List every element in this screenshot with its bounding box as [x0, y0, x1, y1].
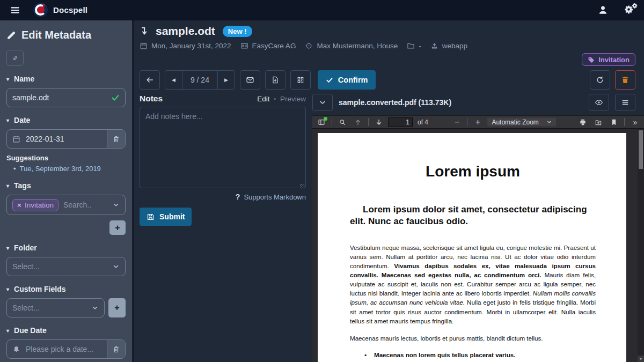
item-correspondent: EasyCare AG [240, 42, 296, 50]
bullet: • [13, 165, 16, 173]
date-field[interactable]: 2022-01-31 [7, 135, 107, 143]
add-custom-field-button[interactable]: + [108, 298, 126, 317]
pdf-scrollbar[interactable]: ▼ [638, 129, 644, 362]
remove-tag-icon[interactable]: × [17, 201, 21, 209]
menu-icon[interactable] [10, 5, 20, 16]
search-icon [339, 119, 346, 126]
id-card-icon [240, 42, 248, 50]
upload-icon [430, 42, 438, 50]
markdown-help-link[interactable]: ? Supports Markdown [140, 193, 306, 201]
user-icon[interactable] [598, 5, 608, 15]
envelope-icon [246, 76, 254, 84]
confirm-button[interactable]: Confirm [318, 70, 376, 90]
next-item-button[interactable]: ▶ [217, 71, 235, 89]
pdf-page-count: of 4 [418, 119, 428, 126]
sidebar-heading: Edit Metadata [6, 29, 126, 41]
pager-position: 9 / 24 [182, 71, 217, 89]
caret-down-icon: ▾ [6, 328, 9, 334]
preview-eye-button[interactable] [589, 94, 609, 111]
prev-item-button[interactable]: ◀ [165, 71, 182, 89]
name-input[interactable] [12, 93, 111, 102]
pdfjs-toolbar: of 4 − + Automatic Zoom [312, 115, 644, 129]
section-date-label: Date [14, 116, 30, 124]
section-custom-fields-header[interactable]: ▾ Custom Fields [6, 285, 126, 293]
section-name-header[interactable]: ▾ Name [6, 75, 126, 83]
item-pager: ◀ 9 / 24 ▶ [165, 70, 235, 90]
due-date-field[interactable]: Please pick a date... [7, 345, 107, 353]
notification-dot [324, 117, 327, 121]
pdf-more-tools-button[interactable]: » [628, 116, 641, 128]
crosshair-icon [305, 42, 313, 50]
notes-textarea[interactable] [140, 107, 306, 188]
pdf-next-page-button[interactable] [372, 116, 385, 128]
question-icon: ? [236, 193, 240, 201]
add-tag-button[interactable]: + [109, 220, 126, 235]
pdf-sidebar-toggle-button[interactable] [315, 116, 328, 128]
pdf-zoom-out-button[interactable]: − [450, 116, 463, 128]
bookmark-icon [610, 119, 618, 126]
arrow-left-icon [145, 76, 154, 84]
tag-icon [588, 56, 595, 63]
pdf-download-button[interactable] [592, 116, 605, 128]
attachment-collapse-button[interactable] [312, 94, 333, 111]
document-heading: Lorem ipsum dolor sit amet, consectetur … [350, 204, 596, 227]
scroll-down-arrow[interactable]: ▼ [638, 356, 644, 362]
pdf-scrollbar-thumb[interactable] [639, 130, 643, 169]
clear-date-button[interactable] [107, 130, 125, 148]
calendar-icon [12, 135, 20, 143]
suggestions-label: Suggestions [6, 154, 126, 162]
pdf-zoom-in-button[interactable]: + [471, 116, 484, 128]
pdf-print-button[interactable] [576, 116, 589, 128]
expand-panel-button[interactable] [6, 50, 24, 66]
section-folder-label: Folder [14, 243, 37, 252]
section-date-header[interactable]: ▾ Date [6, 116, 126, 124]
pdf-bookmark-button[interactable] [608, 116, 620, 128]
chevron-down-icon [546, 119, 552, 125]
pdf-page-1: Lorem ipsum Lorem ipsum dolor sit amet, … [318, 133, 626, 362]
submit-notes-button[interactable]: Submit [140, 208, 192, 226]
caret-down-icon: ▾ [6, 183, 9, 189]
delete-item-button[interactable] [615, 70, 635, 90]
app-title: Docspell [53, 5, 87, 14]
due-date-placeholder: Please pick a date... [26, 345, 93, 353]
custom-field-placeholder: Select... [12, 304, 40, 312]
date-input-box: 2022-01-31 [6, 129, 126, 149]
tag-chip-invitation[interactable]: ×Invitation [12, 199, 58, 211]
tags-search-placeholder: Search.. [63, 201, 91, 209]
file-upload-icon [271, 76, 280, 84]
folder-placeholder: Select... [12, 262, 40, 271]
folder-select[interactable]: Select... [6, 257, 126, 276]
name-input-box [6, 88, 126, 107]
check-icon [326, 76, 333, 84]
notes-heading: Notes [140, 94, 163, 104]
caret-down-icon: ▾ [6, 245, 9, 251]
clear-due-date-button[interactable] [107, 340, 125, 358]
arrow-up-icon [354, 119, 362, 126]
pdf-viewer: Lorem ipsum Lorem ipsum dolor sit amet, … [312, 129, 644, 362]
pdf-zoom-select[interactable]: Automatic Zoom [487, 117, 557, 127]
reload-button[interactable] [590, 70, 610, 90]
custom-field-select[interactable]: Select... [6, 298, 105, 317]
trash-icon [621, 76, 630, 84]
date-suggestion-link[interactable]: •Tue, September 3rd, 2019 [13, 165, 126, 173]
refresh-icon [596, 76, 604, 84]
section-due-date-header[interactable]: ▾ Due Date [6, 326, 126, 335]
section-custom-fields-label: Custom Fields [14, 285, 65, 293]
qr-code-icon [296, 76, 305, 84]
send-mail-button[interactable] [240, 70, 260, 90]
printer-icon [579, 119, 587, 126]
notes-preview-tab[interactable]: Preview [280, 95, 306, 103]
settings-gears-icon[interactable] [624, 5, 634, 15]
section-tags-header[interactable]: ▾ Tags [6, 181, 126, 190]
pdf-find-button[interactable] [336, 116, 349, 128]
add-file-button[interactable] [265, 70, 286, 90]
pdf-page-input[interactable] [388, 117, 413, 127]
attachment-filename: sample.converted.pdf (113.73K) [339, 98, 451, 107]
notes-edit-tab[interactable]: Edit [257, 95, 269, 103]
section-folder-header[interactable]: ▾ Folder [6, 243, 126, 252]
back-button[interactable] [140, 70, 160, 90]
qr-code-button[interactable] [290, 70, 311, 90]
attachment-menu-button[interactable] [615, 94, 635, 111]
pdf-previous-page-button[interactable] [352, 116, 364, 128]
tags-select-box[interactable]: ×Invitation Search.. [6, 195, 126, 215]
